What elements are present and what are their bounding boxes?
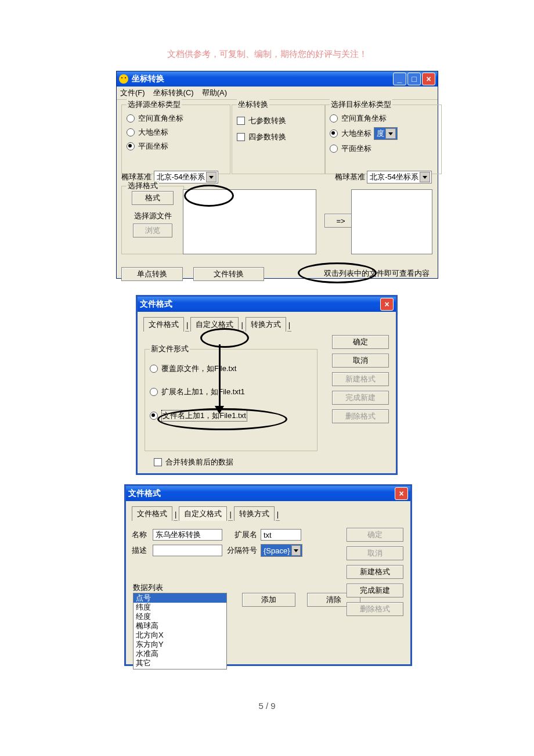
titlebar: 文件格式 × <box>126 486 410 501</box>
name-input[interactable]: 东乌坐标转换 <box>153 529 222 541</box>
close-button[interactable]: × <box>380 298 394 311</box>
new-format-button[interactable]: 新建格式 <box>347 565 403 579</box>
page-footer: 5 / 9 <box>0 701 534 711</box>
annotation-circle <box>298 262 377 283</box>
check-seven-param[interactable]: 七参数转换 <box>237 116 320 126</box>
radio-ext-plus1[interactable]: 扩展名上加1，如File.txt1 <box>150 387 312 397</box>
list-item[interactable]: 水准高 <box>134 649 226 658</box>
ok-button[interactable]: 确定 <box>347 528 403 542</box>
annotation-circle <box>157 408 287 430</box>
delete-format-button[interactable]: 删除格式 <box>332 409 389 423</box>
list-item[interactable]: 东方向Y <box>134 640 226 649</box>
group-target-type: 选择目标坐标类型 空间直角坐标 大地坐标 度 平面坐标 <box>324 105 442 174</box>
maximize-button[interactable]: □ <box>407 73 421 85</box>
datalist-label: 数据列表 <box>133 582 163 593</box>
single-convert-button[interactable]: 单点转换 <box>121 267 183 281</box>
close-button[interactable]: × <box>422 73 435 85</box>
tab-bar: 文件格式 | 自定义格式 | 转换方式 | <box>143 318 390 332</box>
target-listbox[interactable] <box>351 189 432 254</box>
group-transform: 坐标转换 七参数转换 四参数转换 <box>232 105 326 174</box>
delete-format-button[interactable]: 删除格式 <box>347 602 403 616</box>
radio-dst-planar[interactable]: 平面坐标 <box>330 143 436 154</box>
radio-dst-cartesian[interactable]: 空间直角坐标 <box>330 113 436 124</box>
chevron-down-icon <box>291 545 301 556</box>
tab-convert-mode[interactable]: 转换方式 <box>234 506 275 521</box>
separator-dropdown[interactable]: {Space} <box>261 544 302 557</box>
tab-convert-mode[interactable]: 转换方式 <box>246 317 286 332</box>
group-source-type: 选择源坐标类型 空间直角坐标 大地坐标 平面坐标 <box>121 105 230 174</box>
list-item[interactable]: 北方向X <box>134 631 226 640</box>
finish-new-button[interactable]: 完成新建 <box>332 391 389 405</box>
titlebar: 文件格式 × <box>138 297 396 312</box>
minimize-button[interactable]: _ <box>393 73 406 85</box>
format-button[interactable]: 格式 <box>132 191 174 205</box>
ellipsoid-dst-row: 椭球基准 北京-54坐标系 <box>335 171 432 183</box>
group-legend: 选择源坐标类型 <box>127 99 182 110</box>
desc-input[interactable] <box>153 545 222 556</box>
file-convert-button[interactable]: 文件转换 <box>193 267 264 281</box>
check-merge-data[interactable]: 合并转换前后的数据 <box>154 457 233 467</box>
radio-dst-geodetic[interactable]: 大地坐标 度 <box>330 127 436 140</box>
sep-label: 分隔符号 <box>222 545 257 556</box>
new-format-button[interactable]: 新建格式 <box>332 372 389 386</box>
app-icon <box>119 74 128 84</box>
group-format: 选择格式 格式 选择源文件 浏览 <box>121 186 184 254</box>
group-legend: 选择目标坐标类型 <box>330 99 392 110</box>
list-item[interactable]: 纬度 <box>134 603 226 612</box>
ext-input[interactable]: txt <box>261 529 301 541</box>
tab-bar: 文件格式 | 自定义格式 | 转换方式 | <box>132 507 405 521</box>
menu-file[interactable]: 文件(F) <box>120 88 145 98</box>
list-item[interactable]: 经度 <box>134 612 226 621</box>
page-header-note: 文档供参考，可复制、编制，期待您的好评与关注！ <box>0 49 534 60</box>
menu-help[interactable]: 帮助(A) <box>202 88 227 98</box>
name-label: 名称 <box>132 530 153 540</box>
chevron-down-icon <box>206 172 217 182</box>
window-file-format-1: 文件格式 × 文件格式 | 自定义格式 | 转换方式 | 新文件形式 覆盖原文件… <box>136 295 398 475</box>
annotation-arrow <box>219 344 221 409</box>
window-title: 文件格式 <box>128 488 161 499</box>
list-item[interactable]: 其它 <box>134 658 226 668</box>
unit-dropdown[interactable]: 度 <box>374 127 398 140</box>
group-legend: 坐标转换 <box>237 99 269 110</box>
group-legend: 新文件形式 <box>150 344 190 354</box>
ext-label: 扩展名 <box>222 530 257 540</box>
chevron-down-icon <box>420 172 430 182</box>
ellipsoid-dst-dropdown[interactable]: 北京-54坐标系 <box>367 171 432 183</box>
group-legend: 选择格式 <box>127 181 159 191</box>
menubar: 文件(F) 坐标转换(C) 帮助(A) <box>117 87 438 100</box>
finish-new-button[interactable]: 完成新建 <box>347 584 403 597</box>
ok-button[interactable]: 确定 <box>332 335 389 349</box>
desc-label: 描述 <box>132 545 153 556</box>
data-listbox[interactable]: 点号 纬度 经度 椭球高 北方向X 东方向Y 水准高 其它 <box>133 593 227 669</box>
tab-file-format[interactable]: 文件格式 <box>132 506 172 521</box>
group-new-file-form: 新文件形式 覆盖原文件，如File.txt 扩展名上加1，如File.txt1 … <box>145 349 317 451</box>
chevron-down-icon <box>385 128 396 139</box>
radio-src-geodetic[interactable]: 大地坐标 <box>127 127 225 138</box>
close-button[interactable]: × <box>395 487 408 500</box>
add-button[interactable]: 添加 <box>242 593 295 607</box>
check-four-param[interactable]: 四参数转换 <box>237 132 320 142</box>
menu-convert[interactable]: 坐标转换(C) <box>153 88 194 98</box>
list-item[interactable]: 点号 <box>134 593 226 603</box>
window-title: 坐标转换 <box>132 74 164 84</box>
annotation-circle <box>200 328 249 348</box>
browse-button[interactable]: 浏览 <box>133 224 172 237</box>
window-coord-transform: 坐标转换 _ □ × 文件(F) 坐标转换(C) 帮助(A) 选择源坐标类型 空… <box>116 71 438 279</box>
window-file-format-2: 文件格式 × 文件格式 | 自定义格式 | 转换方式 | 名称 东乌坐标转换 扩… <box>124 484 412 666</box>
cancel-button[interactable]: 取消 <box>332 354 389 368</box>
annotation-circle <box>184 185 234 207</box>
titlebar: 坐标转换 _ □ × <box>117 71 438 87</box>
radio-src-cartesian[interactable]: 空间直角坐标 <box>127 113 225 124</box>
window-title: 文件格式 <box>140 299 172 309</box>
tab-custom-format[interactable]: 自定义格式 <box>179 506 227 521</box>
source-file-label: 选择源文件 <box>127 211 179 221</box>
radio-overwrite[interactable]: 覆盖原文件，如File.txt <box>150 363 312 374</box>
ellipsoid-src-dropdown[interactable]: 北京-54坐标系 <box>154 171 219 183</box>
tab-file-format[interactable]: 文件格式 <box>143 317 184 332</box>
list-item[interactable]: 椭球高 <box>134 621 226 631</box>
radio-src-planar[interactable]: 平面坐标 <box>127 141 225 152</box>
cancel-button[interactable]: 取消 <box>347 546 403 560</box>
